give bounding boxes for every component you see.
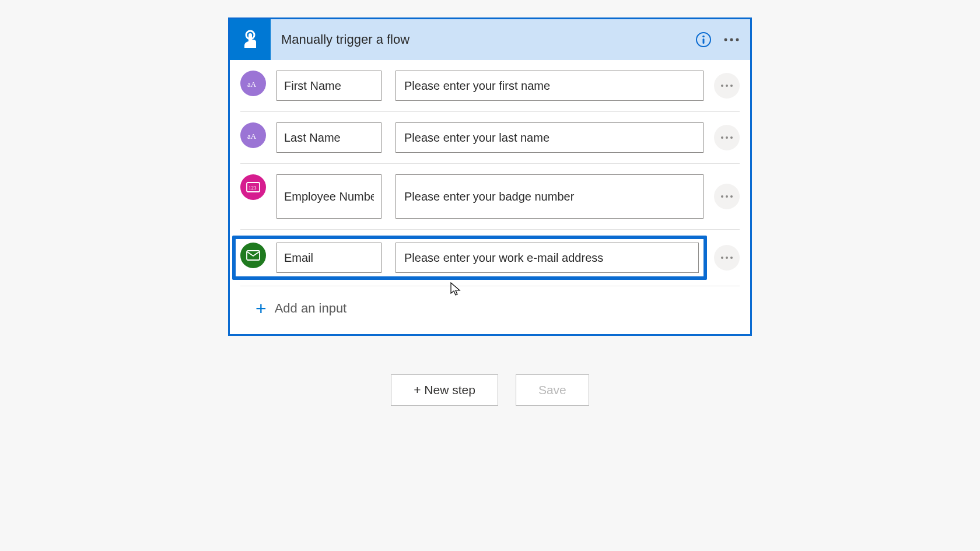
card-more-button[interactable]: [718, 26, 746, 54]
trigger-title: Manually trigger a flow: [271, 32, 690, 47]
input-description-field[interactable]: [396, 243, 699, 273]
row-more-button[interactable]: [714, 73, 740, 99]
input-row: [240, 229, 740, 286]
ellipsis-icon: [723, 37, 740, 42]
ellipsis-icon: [720, 195, 733, 198]
add-input-button[interactable]: + Add an input: [240, 286, 740, 334]
highlighted-row-outline: [232, 236, 707, 280]
save-button[interactable]: Save: [516, 374, 589, 406]
input-name-field[interactable]: [276, 243, 382, 273]
svg-point-10: [730, 85, 733, 87]
info-button[interactable]: [690, 26, 718, 54]
svg-point-18: [726, 195, 728, 198]
flow-button-icon: [230, 19, 271, 60]
input-name-field[interactable]: [276, 122, 382, 153]
trigger-inputs-list: aA aA: [230, 60, 750, 334]
svg-rect-3: [703, 38, 705, 44]
svg-point-5: [730, 38, 733, 41]
ellipsis-icon: [720, 84, 733, 87]
input-description-field[interactable]: [396, 174, 704, 219]
input-row: aA: [240, 111, 740, 163]
email-icon: [240, 243, 266, 268]
ellipsis-icon: [720, 256, 733, 259]
svg-point-23: [730, 257, 733, 259]
plus-icon: +: [256, 299, 267, 318]
number-icon: 123: [240, 174, 266, 200]
svg-point-4: [724, 38, 727, 41]
input-row: aA: [240, 60, 740, 111]
svg-point-6: [736, 38, 739, 41]
input-name-field[interactable]: [276, 174, 382, 219]
input-description-field[interactable]: [396, 71, 704, 101]
input-row: 123: [240, 163, 740, 229]
row-more-button[interactable]: [714, 245, 740, 271]
svg-text:aA: aA: [247, 132, 257, 141]
ellipsis-icon: [720, 136, 733, 139]
svg-point-21: [721, 257, 723, 259]
bottom-action-bar: + New step Save: [391, 374, 589, 406]
text-icon: aA: [240, 71, 266, 96]
svg-point-14: [730, 136, 733, 139]
svg-point-13: [726, 136, 728, 139]
svg-text:123: 123: [249, 185, 257, 191]
svg-point-22: [726, 257, 728, 259]
trigger-card: Manually trigger a flow aA: [228, 17, 752, 336]
row-more-button[interactable]: [714, 184, 740, 209]
add-input-label: Add an input: [275, 301, 347, 316]
svg-point-19: [730, 195, 733, 198]
input-name-field[interactable]: [276, 71, 382, 101]
text-icon: aA: [240, 122, 266, 148]
info-icon: [695, 31, 712, 48]
svg-point-8: [721, 85, 723, 87]
svg-point-2: [702, 36, 705, 38]
svg-point-9: [726, 85, 728, 87]
svg-point-17: [721, 195, 723, 198]
svg-text:aA: aA: [247, 80, 257, 89]
svg-point-12: [721, 136, 723, 139]
trigger-header: Manually trigger a flow: [230, 19, 750, 60]
new-step-button[interactable]: + New step: [391, 374, 498, 406]
input-description-field[interactable]: [396, 122, 704, 153]
row-more-button[interactable]: [714, 125, 740, 150]
